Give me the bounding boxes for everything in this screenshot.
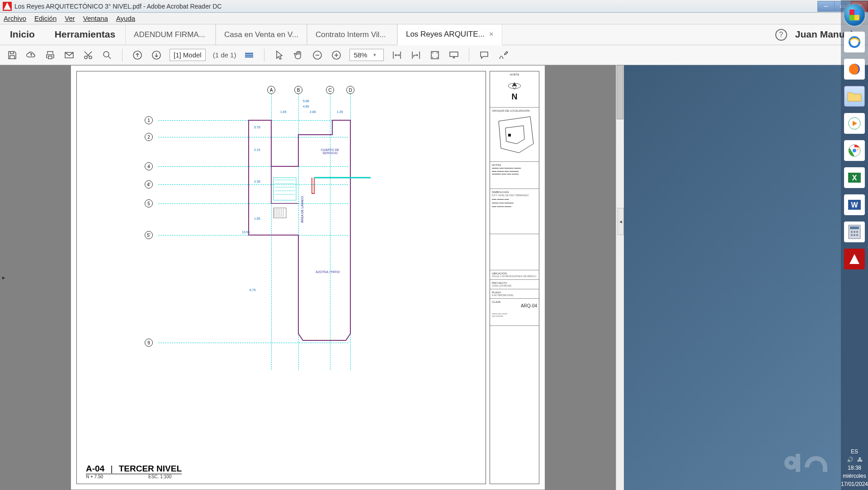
fit-width-icon[interactable]: [391, 49, 403, 61]
scale-note: ESC. 1:100: [148, 474, 171, 479]
svg-text:W: W: [851, 201, 858, 209]
menu-ver[interactable]: Ver: [65, 14, 75, 22]
svg-point-2: [104, 52, 109, 57]
zoom-out-icon[interactable]: [311, 49, 323, 61]
tools-link[interactable]: Herramientas: [45, 24, 125, 45]
vertical-scrollbar[interactable]: [616, 65, 624, 490]
taskbar-firefox-icon[interactable]: [844, 59, 865, 80]
right-panel-toggle[interactable]: ◂: [618, 208, 624, 235]
read-mode-icon[interactable]: [448, 49, 460, 61]
minimize-button[interactable]: ─: [817, 1, 835, 12]
svg-point-9: [787, 458, 796, 467]
north-label: N: [512, 92, 518, 102]
tray-network-icon[interactable]: 🖧: [857, 457, 863, 463]
tray-date: 17/01/2024: [841, 481, 868, 487]
fit-height-icon[interactable]: [410, 49, 422, 61]
selection-tool-icon[interactable]: [274, 49, 285, 61]
pdf-page: NORTE N CROQUIS DE LOCALIZACIÓN NOTA: [71, 65, 545, 490]
taskbar-explorer-icon[interactable]: [844, 86, 865, 107]
taskbar-acrobat-icon[interactable]: [844, 249, 865, 269]
tray-lang[interactable]: ES: [851, 448, 858, 455]
svg-point-35: [856, 234, 858, 236]
left-panel-toggle[interactable]: ▸: [0, 65, 7, 490]
level-note: N + 7.50: [86, 474, 103, 479]
svg-point-33: [851, 234, 853, 236]
blank-block: [490, 234, 539, 270]
start-button[interactable]: [844, 5, 865, 25]
close-tab-icon[interactable]: ×: [489, 30, 494, 39]
svg-rect-8: [450, 52, 458, 57]
tab-adendum[interactable]: ADENDUM FIRMA...: [125, 24, 216, 45]
save-icon[interactable]: [6, 49, 18, 61]
help-icon[interactable]: ?: [775, 29, 787, 41]
label-cuarto-servicio: CUARTO DE SERVICIO: [316, 148, 344, 155]
next-page-icon[interactable]: [151, 49, 162, 61]
north-block: NORTE N: [490, 71, 539, 108]
clave-block: CLAVE ARQ-04 ▬▬▬ ▬▬ ▬▬▬▬▬ ▬▬▬▬: [490, 299, 539, 326]
svg-point-34: [854, 234, 855, 236]
page-surface[interactable]: NORTE N CROQUIS DE LOCALIZACIÓN NOTA: [7, 65, 624, 490]
taskbar-chrome-icon[interactable]: [844, 140, 865, 161]
plan-outline: [222, 90, 420, 379]
drawing-title-block: A-04 | TERCER NIVEL N + 7.50 ESC. 1:100: [86, 464, 182, 479]
tray-time[interactable]: 18:38: [848, 465, 861, 471]
watermark-logo: [782, 440, 836, 476]
page-number-input[interactable]: [1] Model: [170, 49, 206, 61]
tab-casa-venta[interactable]: Casa en Venta en V...: [216, 24, 307, 45]
zoom-in-icon[interactable]: [330, 49, 342, 61]
grid-bubble-4: 4: [145, 162, 153, 170]
menu-ayuda[interactable]: Ayuda: [116, 14, 135, 22]
location-sketch-icon: [492, 112, 537, 157]
home-link[interactable]: Inicio: [0, 24, 45, 45]
tray-day: miércoles: [843, 473, 866, 479]
svg-rect-13: [508, 134, 511, 137]
svg-text:X: X: [852, 174, 857, 182]
svg-point-31: [854, 231, 855, 233]
grid-bubble-4p: 4': [145, 180, 153, 188]
taskbar-excel-icon[interactable]: X: [844, 167, 865, 188]
taskbar-ie-icon[interactable]: [844, 32, 865, 52]
taskbar-media-player-icon[interactable]: [844, 113, 865, 134]
cut-icon[interactable]: [82, 49, 94, 61]
hand-tool-icon[interactable]: [292, 49, 304, 61]
fit-page-icon[interactable]: [429, 49, 441, 61]
comment-icon[interactable]: [478, 49, 490, 61]
location-sketch-block: CROQUIS DE LOCALIZACIÓN: [490, 108, 539, 162]
tray-volume-icon[interactable]: 🔊: [847, 457, 854, 463]
zoom-level-select[interactable]: 58%▾: [349, 49, 384, 61]
taskbar-calculator-icon[interactable]: [844, 221, 865, 242]
menu-ventana[interactable]: Ventana: [83, 14, 108, 22]
grid-bubble-5: 5: [145, 199, 153, 207]
share-cloud-icon[interactable]: [25, 49, 37, 61]
floor-plan: A B C D 1 2 4 4' 5: [222, 90, 420, 379]
scrollbar-thumb[interactable]: [617, 65, 623, 119]
toolbar: [1] Model (1 de 1) 58%▾: [0, 45, 868, 65]
sheet-code: A-04: [86, 464, 104, 473]
prev-page-icon[interactable]: [132, 49, 143, 61]
north-arrow-icon: [507, 80, 522, 92]
layers-icon[interactable]: [243, 49, 255, 61]
sheet-title: TERCER NIVEL: [119, 464, 182, 473]
label-azotea: AZOTEA / PATIO: [312, 270, 344, 273]
grid-bubble-5p: 5': [145, 231, 153, 239]
svg-point-32: [856, 231, 858, 233]
window-title-bar: Los Reyes ARQUITECTÓNICO 3° NIVEL.pdf - …: [0, 0, 868, 13]
label-area-lavado: ÁREA DE LAVADO: [301, 196, 304, 223]
tab-los-reyes[interactable]: Los Reyes ARQUITE... ×: [397, 24, 502, 45]
document-tabs-bar: Inicio Herramientas ADENDUM FIRMA... Cas…: [0, 24, 868, 45]
sign-icon[interactable]: [497, 49, 509, 61]
svg-point-30: [851, 231, 853, 233]
plano-block: PLANO A-04 TERCER NIVEL: [490, 289, 539, 299]
email-icon[interactable]: [63, 49, 75, 61]
system-tray: ES 🔊 🖧 18:38 miércoles 17/01/2024: [841, 418, 868, 490]
menu-edicion[interactable]: Edición: [34, 14, 57, 22]
tab-contrato[interactable]: Contrato Interm Vil...: [307, 24, 397, 45]
search-icon[interactable]: [101, 49, 113, 61]
menu-archivo[interactable]: Archivo: [4, 14, 26, 22]
proyecto-block: PROYECTO CASA LOS REYES: [490, 280, 539, 289]
window-title: Los Reyes ARQUITECTÓNICO 3° NIVEL.pdf - …: [14, 3, 818, 10]
desktop-background: [624, 65, 841, 490]
taskbar-word-icon[interactable]: W: [844, 194, 865, 215]
print-icon[interactable]: [44, 49, 56, 61]
grid-bubble-9: 9: [145, 339, 153, 347]
